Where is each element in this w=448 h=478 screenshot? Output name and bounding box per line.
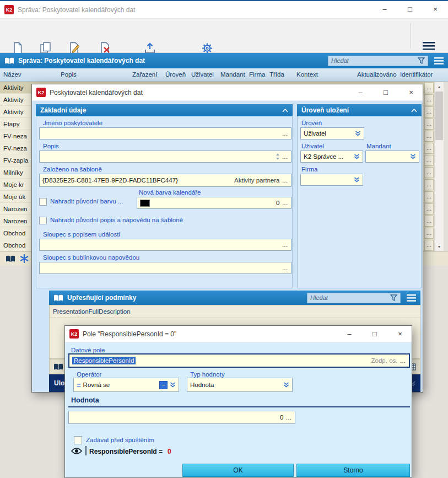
data-field-input[interactable]: ResponsiblePersonId Zodp. os. … xyxy=(68,353,410,368)
col-trida[interactable]: Třída xyxy=(269,71,284,78)
dropdown-chevrons-icon[interactable] xyxy=(354,154,360,159)
book-view-icon[interactable] xyxy=(53,363,63,370)
scroll-thumb[interactable] xyxy=(435,92,443,140)
spinner-icon[interactable] xyxy=(276,153,280,160)
condition-preview-text: ResponsiblePersonId = xyxy=(89,448,163,455)
field-dialog-titlebar[interactable]: K2 Pole "ResponsiblePersonId = 0" – □ × xyxy=(65,326,412,342)
minimize-button[interactable]: – xyxy=(372,1,397,17)
value-text: 0 xyxy=(280,414,283,421)
preview-separator xyxy=(85,446,87,455)
row-ellipsis-button[interactable]: … xyxy=(424,191,434,202)
ellipsis-button[interactable]: … xyxy=(282,200,289,206)
minimize-button[interactable]: – xyxy=(348,84,373,100)
collapse-chevron-icon[interactable] xyxy=(411,109,417,112)
panel-menu-icon[interactable] xyxy=(434,57,444,65)
col-popis[interactable]: Popis xyxy=(61,71,77,78)
dropdown-chevrons-icon[interactable] xyxy=(355,131,361,136)
minus-box-icon[interactable]: − xyxy=(159,381,168,389)
row-ellipsis-button[interactable]: … xyxy=(424,167,434,178)
row-ellipsis-button[interactable]: … xyxy=(424,228,434,239)
col-nazev[interactable]: Název xyxy=(3,71,21,78)
mandant-dropdown[interactable] xyxy=(365,151,419,163)
search-box[interactable]: Hledat xyxy=(328,56,428,66)
ellipsis-button[interactable]: … xyxy=(286,414,293,421)
dropdown-chevrons-icon[interactable] xyxy=(283,382,289,388)
minimize-button[interactable]: – xyxy=(337,326,362,342)
dropdown-chevrons-icon[interactable] xyxy=(170,382,176,388)
close-button[interactable]: × xyxy=(398,84,424,100)
row-ellipsis-button[interactable]: … xyxy=(424,216,434,227)
new-color-input[interactable]: 0 … xyxy=(137,197,292,209)
value-input[interactable]: 0 … xyxy=(68,411,295,424)
cancel-button[interactable]: Storno xyxy=(296,464,410,477)
level-dropdown[interactable]: Uživatel xyxy=(300,127,364,139)
book-view-icon[interactable] xyxy=(6,255,15,262)
template-input[interactable]: {D8325E25-C881-47EB-9F2D-FADC11BFC447} A… xyxy=(39,174,292,187)
scroll-up-button[interactable]: ▲ xyxy=(435,82,444,91)
conditions-menu-icon[interactable] xyxy=(407,294,416,302)
value-type-dropdown[interactable]: Hodnota xyxy=(187,378,293,392)
ellipsis-button[interactable]: … xyxy=(282,265,289,271)
template-label: Založeno na šabloně xyxy=(43,166,102,173)
basic-section-header[interactable]: Základní údaje xyxy=(36,104,293,116)
condition-row[interactable]: PresentationFullDescription xyxy=(50,305,420,318)
conditions-search-box[interactable]: Hledat xyxy=(307,293,401,303)
col-uzivatel[interactable]: Uživatel xyxy=(191,71,214,78)
row-ellipsis-button[interactable]: … xyxy=(424,179,434,190)
col-kontext[interactable]: Kontext xyxy=(296,71,318,78)
asterisk-view-icon[interactable] xyxy=(20,254,29,263)
level-section-header[interactable]: Úroveň uložení xyxy=(297,104,422,116)
maximize-button[interactable]: □ xyxy=(373,84,398,100)
row-ellipsis-button[interactable]: … xyxy=(424,155,434,166)
description-input[interactable]: … xyxy=(39,151,292,163)
user-dropdown[interactable]: K2 Správce ... xyxy=(300,151,363,163)
maximize-button[interactable]: □ xyxy=(362,326,387,342)
row-ellipsis-button[interactable]: … xyxy=(424,106,434,117)
ok-button[interactable]: OK xyxy=(182,464,294,477)
provider-name-input[interactable]: … xyxy=(39,127,292,139)
col-aktualizovano[interactable]: Aktualizováno xyxy=(357,71,397,78)
prompt-checkbox[interactable] xyxy=(74,436,82,444)
close-button[interactable]: × xyxy=(423,1,448,17)
close-button[interactable]: × xyxy=(387,326,413,342)
replace-desc-label: Nahradit původní popis a nápovědu na šab… xyxy=(50,217,183,223)
col-uroven[interactable]: Úroveň xyxy=(165,71,186,78)
col-mandant[interactable]: Mandant xyxy=(220,71,245,78)
row-ellipsis-button[interactable]: … xyxy=(424,82,434,93)
row-ellipsis-button[interactable]: … xyxy=(424,240,434,251)
conditions-title: Upřesňující podmínky xyxy=(67,294,136,302)
col-firma[interactable]: Firma xyxy=(249,71,265,78)
ellipsis-button[interactable]: … xyxy=(282,130,289,137)
main-titlebar[interactable]: K2 Správa: Poskytovatel kalendářových da… xyxy=(0,1,448,19)
basic-section-title: Základní údaje xyxy=(40,106,86,114)
ellipsis-button[interactable]: … xyxy=(282,177,289,184)
event-col-input[interactable]: … xyxy=(39,239,292,251)
main-scrollbar[interactable]: ▲ ▼ xyxy=(434,82,444,251)
row-ellipsis-button[interactable]: … xyxy=(424,131,434,142)
provider-dialog-titlebar[interactable]: K2 Poskytovatel kalendářových dat – □ × xyxy=(32,84,423,101)
row-ellipsis-button[interactable]: … xyxy=(424,203,434,214)
hint-col-input[interactable]: … xyxy=(39,262,292,274)
replace-desc-checkbox[interactable] xyxy=(39,217,47,224)
row-ellipsis-button[interactable]: … xyxy=(424,94,434,105)
dropdown-chevrons-icon[interactable] xyxy=(410,154,416,159)
maximize-button[interactable]: □ xyxy=(397,1,423,17)
filter-funnel-icon[interactable] xyxy=(390,294,397,301)
dropdown-chevrons-icon[interactable] xyxy=(354,177,360,182)
col-identifikator[interactable]: Identifikátor xyxy=(400,71,433,78)
replace-color-checkbox[interactable] xyxy=(39,198,47,206)
filter-funnel-icon[interactable] xyxy=(418,57,425,64)
ellipsis-button[interactable]: … xyxy=(282,241,289,248)
operator-dropdown[interactable]: = Rovná se − xyxy=(73,378,179,392)
firma-dropdown[interactable] xyxy=(300,174,363,186)
col-zarazeni[interactable]: Zařazení xyxy=(132,71,157,78)
color-swatch[interactable] xyxy=(140,200,150,207)
eye-icon xyxy=(71,447,82,455)
row-ellipsis-button[interactable]: … xyxy=(424,143,434,154)
collapse-chevron-icon[interactable] xyxy=(282,109,288,112)
field-dialog: K2 Pole "ResponsiblePersonId = 0" – □ × … xyxy=(64,325,412,478)
row-ellipsis-button[interactable]: … xyxy=(424,119,434,130)
ellipsis-button[interactable]: … xyxy=(282,153,289,160)
scroll-down-button[interactable]: ▼ xyxy=(435,242,444,251)
ellipsis-button[interactable]: … xyxy=(400,357,407,364)
